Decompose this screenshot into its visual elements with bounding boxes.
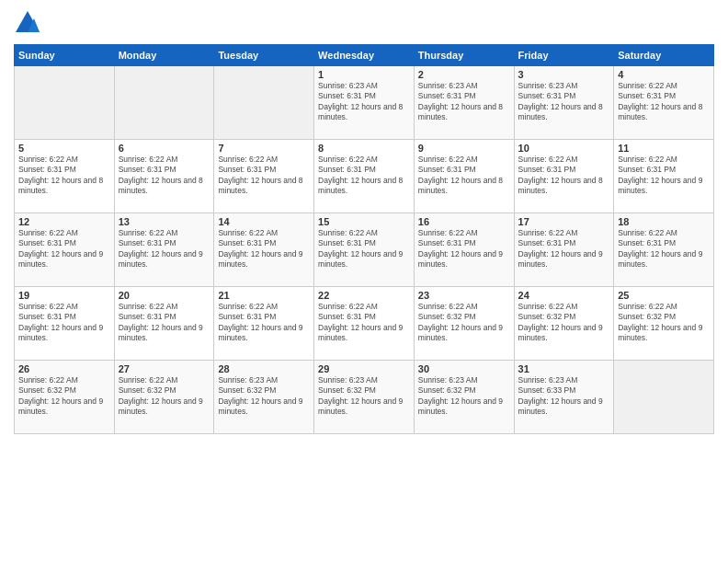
day-info: Sunrise: 6:22 AMSunset: 6:31 PMDaylight:… bbox=[218, 155, 310, 197]
calendar-cell: 27Sunrise: 6:22 AMSunset: 6:32 PMDayligh… bbox=[114, 361, 214, 434]
day-info: Sunrise: 6:22 AMSunset: 6:31 PMDaylight:… bbox=[218, 302, 310, 344]
day-info: Sunrise: 6:22 AMSunset: 6:32 PMDaylight:… bbox=[18, 375, 110, 418]
day-info: Sunrise: 6:22 AMSunset: 6:31 PMDaylight:… bbox=[518, 155, 610, 197]
day-info: Sunrise: 6:22 AMSunset: 6:31 PMDaylight:… bbox=[18, 228, 110, 270]
day-info: Sunrise: 6:22 AMSunset: 6:31 PMDaylight:… bbox=[318, 228, 410, 270]
day-number: 29 bbox=[318, 363, 410, 374]
day-number: 12 bbox=[18, 216, 110, 227]
calendar-week-row: 19Sunrise: 6:22 AMSunset: 6:31 PMDayligh… bbox=[15, 287, 714, 361]
day-number: 15 bbox=[318, 216, 410, 227]
day-info: Sunrise: 6:22 AMSunset: 6:31 PMDaylight:… bbox=[119, 155, 210, 197]
calendar-cell: 12Sunrise: 6:22 AMSunset: 6:31 PMDayligh… bbox=[15, 213, 115, 287]
weekday-header-wednesday: Wednesday bbox=[314, 45, 415, 66]
day-info: Sunrise: 6:22 AMSunset: 6:31 PMDaylight:… bbox=[318, 302, 410, 344]
day-info: Sunrise: 6:23 AMSunset: 6:32 PMDaylight:… bbox=[318, 375, 410, 418]
calendar-cell: 7Sunrise: 6:22 AMSunset: 6:31 PMDaylight… bbox=[214, 140, 314, 213]
day-info: Sunrise: 6:23 AMSunset: 6:31 PMDaylight:… bbox=[318, 81, 410, 123]
day-info: Sunrise: 6:22 AMSunset: 6:31 PMDaylight:… bbox=[18, 155, 110, 197]
day-number: 3 bbox=[518, 69, 610, 80]
day-number: 24 bbox=[518, 290, 610, 301]
day-info: Sunrise: 6:22 AMSunset: 6:32 PMDaylight:… bbox=[418, 302, 510, 344]
calendar-table: SundayMondayTuesdayWednesdayThursdayFrid… bbox=[14, 44, 714, 434]
day-info: Sunrise: 6:22 AMSunset: 6:31 PMDaylight:… bbox=[618, 81, 710, 123]
day-info: Sunrise: 6:23 AMSunset: 6:32 PMDaylight:… bbox=[418, 375, 510, 418]
day-number: 23 bbox=[418, 290, 510, 301]
calendar-cell: 31Sunrise: 6:23 AMSunset: 6:33 PMDayligh… bbox=[514, 361, 614, 434]
day-number: 2 bbox=[418, 69, 510, 80]
weekday-header-friday: Friday bbox=[514, 45, 614, 66]
calendar-cell: 2Sunrise: 6:23 AMSunset: 6:31 PMDaylight… bbox=[414, 66, 514, 140]
calendar-cell: 4Sunrise: 6:22 AMSunset: 6:31 PMDaylight… bbox=[614, 66, 714, 140]
day-info: Sunrise: 6:22 AMSunset: 6:31 PMDaylight:… bbox=[218, 228, 310, 270]
calendar-week-row: 26Sunrise: 6:22 AMSunset: 6:32 PMDayligh… bbox=[15, 361, 714, 434]
calendar-cell: 5Sunrise: 6:22 AMSunset: 6:31 PMDaylight… bbox=[15, 140, 115, 213]
day-info: Sunrise: 6:23 AMSunset: 6:32 PMDaylight:… bbox=[218, 375, 310, 418]
day-number: 16 bbox=[418, 216, 510, 227]
day-number: 14 bbox=[218, 216, 310, 227]
calendar-week-row: 12Sunrise: 6:22 AMSunset: 6:31 PMDayligh… bbox=[15, 213, 714, 287]
calendar-cell: 9Sunrise: 6:22 AMSunset: 6:31 PMDaylight… bbox=[414, 140, 514, 213]
day-number: 25 bbox=[618, 290, 710, 301]
calendar-cell: 21Sunrise: 6:22 AMSunset: 6:31 PMDayligh… bbox=[214, 287, 314, 361]
day-number: 5 bbox=[18, 143, 110, 154]
day-number: 7 bbox=[218, 143, 310, 154]
calendar-cell: 23Sunrise: 6:22 AMSunset: 6:32 PMDayligh… bbox=[414, 287, 514, 361]
day-number: 9 bbox=[418, 143, 510, 154]
day-number: 22 bbox=[318, 290, 410, 301]
calendar-cell: 18Sunrise: 6:22 AMSunset: 6:31 PMDayligh… bbox=[614, 213, 714, 287]
calendar-cell: 25Sunrise: 6:22 AMSunset: 6:32 PMDayligh… bbox=[614, 287, 714, 361]
day-info: Sunrise: 6:22 AMSunset: 6:31 PMDaylight:… bbox=[318, 155, 410, 197]
calendar-week-row: 1Sunrise: 6:23 AMSunset: 6:31 PMDaylight… bbox=[15, 66, 714, 140]
calendar-cell: 19Sunrise: 6:22 AMSunset: 6:31 PMDayligh… bbox=[15, 287, 115, 361]
day-info: Sunrise: 6:22 AMSunset: 6:32 PMDaylight:… bbox=[518, 302, 610, 344]
day-number: 20 bbox=[119, 290, 210, 301]
day-number: 4 bbox=[618, 69, 710, 80]
calendar-cell: 30Sunrise: 6:23 AMSunset: 6:32 PMDayligh… bbox=[414, 361, 514, 434]
calendar-cell: 28Sunrise: 6:23 AMSunset: 6:32 PMDayligh… bbox=[214, 361, 314, 434]
calendar-cell: 8Sunrise: 6:22 AMSunset: 6:31 PMDaylight… bbox=[314, 140, 415, 213]
calendar-cell: 16Sunrise: 6:22 AMSunset: 6:31 PMDayligh… bbox=[414, 213, 514, 287]
calendar-cell: 22Sunrise: 6:22 AMSunset: 6:31 PMDayligh… bbox=[314, 287, 415, 361]
weekday-header-sunday: Sunday bbox=[15, 45, 115, 66]
calendar-cell: 14Sunrise: 6:22 AMSunset: 6:31 PMDayligh… bbox=[214, 213, 314, 287]
calendar-cell: 10Sunrise: 6:22 AMSunset: 6:31 PMDayligh… bbox=[514, 140, 614, 213]
calendar-cell bbox=[114, 66, 214, 140]
weekday-header-tuesday: Tuesday bbox=[214, 45, 314, 66]
calendar-cell bbox=[614, 361, 714, 434]
calendar-cell: 20Sunrise: 6:22 AMSunset: 6:31 PMDayligh… bbox=[114, 287, 214, 361]
day-number: 11 bbox=[618, 143, 710, 154]
weekday-header-monday: Monday bbox=[114, 45, 214, 66]
day-number: 8 bbox=[318, 143, 410, 154]
calendar-cell: 26Sunrise: 6:22 AMSunset: 6:32 PMDayligh… bbox=[15, 361, 115, 434]
day-number: 27 bbox=[119, 363, 210, 374]
day-number: 10 bbox=[518, 143, 610, 154]
calendar-cell: 24Sunrise: 6:22 AMSunset: 6:32 PMDayligh… bbox=[514, 287, 614, 361]
day-number: 26 bbox=[18, 363, 110, 374]
day-info: Sunrise: 6:22 AMSunset: 6:31 PMDaylight:… bbox=[418, 228, 510, 270]
weekday-header-row: SundayMondayTuesdayWednesdayThursdayFrid… bbox=[15, 45, 714, 66]
day-number: 30 bbox=[418, 363, 510, 374]
calendar-cell: 6Sunrise: 6:22 AMSunset: 6:31 PMDaylight… bbox=[114, 140, 214, 213]
calendar-cell: 3Sunrise: 6:23 AMSunset: 6:31 PMDaylight… bbox=[514, 66, 614, 140]
page-container: SundayMondayTuesdayWednesdayThursdayFrid… bbox=[0, 0, 728, 443]
calendar-header: SundayMondayTuesdayWednesdayThursdayFrid… bbox=[15, 45, 714, 66]
logo bbox=[14, 9, 45, 37]
day-info: Sunrise: 6:23 AMSunset: 6:31 PMDaylight:… bbox=[518, 81, 610, 123]
calendar-cell bbox=[15, 66, 115, 140]
weekday-header-saturday: Saturday bbox=[614, 45, 714, 66]
calendar-body: 1Sunrise: 6:23 AMSunset: 6:31 PMDaylight… bbox=[15, 66, 714, 434]
calendar-cell: 13Sunrise: 6:22 AMSunset: 6:31 PMDayligh… bbox=[114, 213, 214, 287]
day-info: Sunrise: 6:23 AMSunset: 6:33 PMDaylight:… bbox=[518, 375, 610, 418]
day-number: 18 bbox=[618, 216, 710, 227]
page-header bbox=[14, 9, 714, 37]
day-info: Sunrise: 6:22 AMSunset: 6:31 PMDaylight:… bbox=[18, 302, 110, 344]
calendar-cell: 1Sunrise: 6:23 AMSunset: 6:31 PMDaylight… bbox=[314, 66, 415, 140]
day-number: 19 bbox=[18, 290, 110, 301]
day-info: Sunrise: 6:23 AMSunset: 6:31 PMDaylight:… bbox=[418, 81, 510, 123]
day-info: Sunrise: 6:22 AMSunset: 6:31 PMDaylight:… bbox=[618, 228, 710, 270]
day-number: 1 bbox=[318, 69, 410, 80]
day-number: 21 bbox=[218, 290, 310, 301]
day-info: Sunrise: 6:22 AMSunset: 6:31 PMDaylight:… bbox=[119, 228, 210, 270]
day-number: 31 bbox=[518, 363, 610, 374]
calendar-week-row: 5Sunrise: 6:22 AMSunset: 6:31 PMDaylight… bbox=[15, 140, 714, 213]
